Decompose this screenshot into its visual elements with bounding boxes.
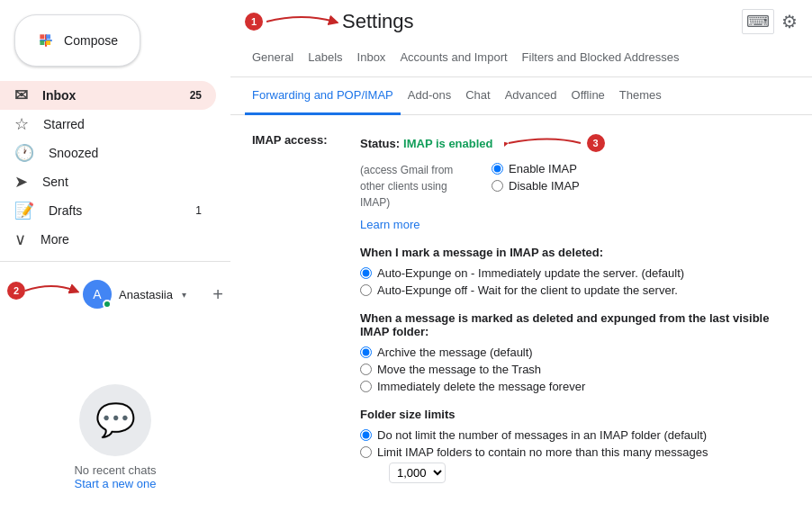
arrow-1-icon	[266, 9, 338, 34]
avatar: A	[83, 280, 112, 309]
disable-imap-radio[interactable]	[492, 180, 503, 192]
tab-general[interactable]: General	[245, 40, 301, 77]
arrow-3-icon	[504, 133, 585, 153]
annotation-1: 1	[245, 9, 338, 34]
page-title: Settings	[342, 10, 742, 33]
folder-size-label-1: Limit IMAP folders to contain no more th…	[377, 445, 708, 459]
enable-imap-label: Enable IMAP	[509, 162, 577, 175]
tab-addons[interactable]: Add-ons	[401, 77, 458, 115]
more-icon: ∨	[14, 229, 26, 249]
delete-label-0: Auto-Expunge on - Immediately update the…	[377, 266, 684, 280]
settings-nav-row2: Forwarding and POP/IMAP Add-ons Chat Adv…	[230, 77, 812, 115]
status-label: Status:	[360, 137, 400, 150]
imap-section: IMAP access: Status: IMAP is enabled 3	[252, 133, 790, 483]
expunge-radio-0[interactable]	[360, 346, 372, 358]
delete-options: Auto-Expunge on - Immediately update the…	[360, 266, 790, 297]
folder-size-title: Folder size limits	[360, 408, 790, 421]
imap-options: Enable IMAP Disable IMAP	[492, 162, 580, 196]
nav-item-more[interactable]: ∨ More	[0, 225, 216, 254]
keyboard-shortcuts-icon[interactable]: ⌨	[742, 9, 774, 34]
user-dropdown-arrow[interactable]: ▾	[182, 290, 186, 300]
expunge-label-0: Archive the message (default)	[377, 346, 533, 359]
delete-section-title: When I mark a message in IMAP as deleted…	[360, 246, 790, 259]
arrow-2-icon	[25, 280, 79, 301]
access-note: (access Gmail from other clients using I…	[360, 162, 477, 211]
folder-size-section: Folder size limits Do not limit the numb…	[360, 408, 790, 483]
inbox-badge: 25	[190, 89, 202, 102]
tab-themes[interactable]: Themes	[612, 77, 669, 115]
nav-item-drafts[interactable]: 📝 Drafts 1	[0, 196, 216, 225]
delete-radio-0[interactable]	[360, 267, 372, 279]
enable-imap-radio[interactable]	[492, 163, 503, 175]
tab-accounts[interactable]: Accounts and Import	[392, 40, 514, 77]
chat-icon: 💬	[95, 401, 136, 439]
nav-label-snoozed: Snoozed	[49, 146, 98, 160]
disable-imap-option: Disable IMAP	[492, 179, 580, 193]
tab-filters[interactable]: Filters and Blocked Addresses	[515, 40, 687, 77]
tab-labels[interactable]: Labels	[301, 40, 349, 77]
expunge-option-2: Immediately delete the message forever	[360, 380, 790, 393]
settings-gear-icon[interactable]: ⚙	[781, 11, 798, 32]
expunge-option-1: Move the message to the Trash	[360, 363, 790, 376]
tab-inbox[interactable]: Inbox	[350, 40, 393, 77]
delete-label-1: Auto-Expunge off - Wait for the client t…	[377, 283, 678, 297]
nav-label-starred: Starred	[43, 117, 85, 131]
expunge-radio-2[interactable]	[360, 381, 372, 392]
nav-label-inbox: Inbox	[42, 88, 76, 103]
imap-label: IMAP access:	[252, 133, 360, 483]
expunge-label-1: Move the message to the Trash	[377, 363, 541, 376]
main-content: 1 Settings ⌨ ⚙ General Labels Inbox Acco…	[230, 0, 812, 512]
nav-item-inbox[interactable]: ✉ Inbox 25	[0, 81, 216, 110]
folder-size-option-0: Do not limit the number of messages in a…	[360, 428, 790, 442]
add-account-button[interactable]: +	[212, 284, 223, 305]
folder-size-label-0: Do not limit the number of messages in a…	[377, 428, 707, 442]
snoozed-icon: 🕐	[14, 143, 34, 163]
nav-label-drafts: Drafts	[49, 203, 82, 218]
chat-bubble-icon: 💬	[79, 384, 151, 456]
drafts-badge: 1	[195, 204, 202, 217]
sent-icon: ➤	[14, 172, 28, 192]
chat-section: 💬 No recent chats Start a new one	[0, 370, 230, 505]
delete-option-1: Auto-Expunge off - Wait for the client t…	[360, 283, 790, 297]
disable-imap-label: Disable IMAP	[509, 179, 580, 193]
nav-item-snoozed[interactable]: 🕐 Snoozed	[0, 139, 216, 167]
folder-size-select[interactable]: 1,000	[389, 463, 446, 483]
nav-label-sent: Sent	[42, 175, 68, 189]
settings-content: IMAP access: Status: IMAP is enabled 3	[230, 115, 812, 512]
learn-more-link[interactable]: Learn more	[360, 218, 790, 231]
title-row: 1 Settings ⌨ ⚙	[230, 0, 812, 40]
nav-label-more: More	[41, 232, 69, 247]
expunge-radio-1[interactable]	[360, 364, 372, 375]
folder-size-radio-0[interactable]	[360, 429, 372, 441]
expunge-option-0: Archive the message (default)	[360, 346, 790, 359]
drafts-icon: 📝	[14, 201, 34, 220]
expunge-label-2: Immediately delete the message forever	[377, 380, 585, 393]
inbox-icon: ✉	[14, 85, 28, 105]
sidebar-divider	[0, 261, 230, 262]
annotation-3: 3	[504, 133, 605, 153]
settings-nav-row1: General Labels Inbox Accounts and Import…	[230, 40, 812, 77]
folder-size-radio-1[interactable]	[360, 446, 372, 458]
status-line: Status: IMAP is enabled 3	[360, 133, 790, 153]
tab-advanced[interactable]: Advanced	[498, 77, 564, 115]
expunge-options: Archive the message (default) Move the m…	[360, 346, 790, 393]
folder-size-option-1: Limit IMAP folders to contain no more th…	[360, 445, 790, 459]
compose-label: Compose	[64, 33, 118, 48]
nav-item-sent[interactable]: ➤ Sent	[0, 167, 216, 196]
annotation-2: 2	[7, 280, 79, 301]
enable-imap-option: Enable IMAP	[492, 162, 580, 175]
tab-chat[interactable]: Chat	[458, 77, 497, 115]
tab-offline[interactable]: Offline	[564, 77, 612, 115]
expunge-section-title: When a message is marked as deleted and …	[360, 311, 790, 338]
sidebar: Compose ✉ Inbox 25 ☆ Starred 🕐 Snoozed ➤…	[0, 0, 230, 512]
folder-size-input-row: 1,000	[382, 463, 790, 483]
compose-button[interactable]: Compose	[14, 14, 140, 67]
username: Anastasiia	[119, 288, 173, 301]
delete-radio-1[interactable]	[360, 284, 372, 296]
nav-item-starred[interactable]: ☆ Starred	[0, 110, 216, 139]
compose-icon	[37, 30, 55, 51]
start-new-link[interactable]: Start a new one	[74, 477, 156, 490]
tab-forwarding[interactable]: Forwarding and POP/IMAP	[245, 77, 401, 115]
delete-option-0: Auto-Expunge on - Immediately update the…	[360, 266, 790, 280]
avatar-online-dot	[103, 300, 112, 309]
